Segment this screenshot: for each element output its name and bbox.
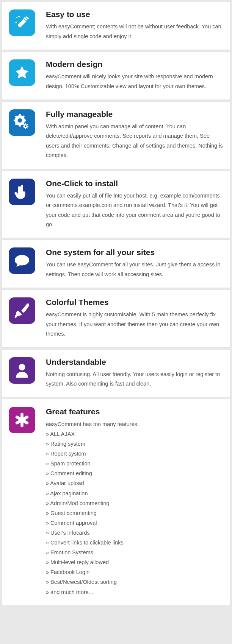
feature-card: One-Click to installYou can easily put a… [2, 171, 230, 238]
speech-icon [9, 247, 35, 274]
asterisk-icon [9, 407, 35, 433]
feature-card: Great featureseasyComment has too many f… [2, 399, 230, 605]
feature-desc: With easyComment; contents will not be w… [46, 22, 223, 41]
feature-card: Easy to useWith easyComment; contents wi… [2, 2, 230, 50]
feature-title: Fully manageable [46, 109, 223, 119]
bullet-item: User's infocards [46, 528, 223, 538]
feature-desc: With admin panel you can manage all of c… [46, 122, 223, 160]
feature-content: Easy to useWith easyComment; contents wi… [46, 9, 223, 41]
feature-content: Modern designeasyComment will nicely loo… [46, 59, 223, 91]
feature-content: Great featureseasyComment has too many f… [46, 407, 223, 597]
bullet-item: Multi-level reply allowed [46, 557, 223, 567]
feature-desc: easyComment has too many features. [46, 420, 223, 429]
feature-card: UnderstandableNothing confusing. All use… [2, 349, 230, 398]
bullet-item: Spam protection [46, 459, 223, 468]
feature-card: One system for all your sitesYou can use… [2, 240, 230, 288]
feature-desc: You can use easyComment for all your sit… [46, 260, 223, 279]
feature-desc: easyComment will nicely looks your site … [46, 72, 223, 91]
feature-desc: easyComment is highly customisable. With… [46, 310, 223, 339]
feature-bullets: ALL AJAXRating systemReport systemSpam p… [46, 429, 223, 597]
feature-title: Easy to use [46, 9, 223, 19]
feature-title: Great features [46, 407, 223, 416]
bullet-item: Report system [46, 449, 223, 459]
bullet-item: ALL AJAX [46, 429, 223, 439]
feature-content: Colorful ThemeseasyComment is highly cus… [46, 297, 223, 339]
feature-card: Colorful ThemeseasyComment is highly cus… [2, 289, 230, 347]
feature-title: Colorful Themes [46, 297, 223, 307]
gears-icon [9, 109, 35, 136]
bullet-item: Comment editing [46, 468, 223, 478]
feature-desc: You can easily put all of file into your… [46, 191, 223, 230]
bullet-item: and much more... [46, 587, 223, 597]
feature-card: Modern designeasyComment will nicely loo… [2, 51, 230, 100]
feature-card: Fully manageableWith admin panel you can… [2, 101, 230, 169]
feature-content: Fully manageableWith admin panel you can… [46, 109, 223, 160]
feature-content: One-Click to installYou can easily put a… [46, 179, 223, 230]
feature-title: Modern design [46, 59, 223, 69]
hand-icon [9, 179, 35, 205]
bullet-item: Convert links to clickable links [46, 538, 223, 548]
bullet-item: Facebook Login [46, 567, 223, 577]
bullet-item: Ajax pagination [46, 488, 223, 498]
feature-title: One-Click to install [46, 179, 223, 188]
bullet-item: Guest commenting [46, 508, 223, 518]
bullet-item: Best/Newest/Oldest sorting [46, 577, 223, 587]
bullet-item: Comment approval [46, 518, 223, 528]
feature-desc: Nothing confusing. All user friendly. Yo… [46, 370, 223, 389]
feature-list: Easy to useWith easyComment; contents wi… [2, 2, 230, 606]
bullet-item: Avatar upload [46, 478, 223, 488]
feature-content: One system for all your sitesYou can use… [46, 247, 223, 279]
user-icon [9, 357, 35, 384]
bullet-item: Rating system [46, 439, 223, 449]
feature-title: Understandable [46, 357, 223, 367]
wand-icon [9, 9, 35, 36]
brush-icon [9, 297, 35, 324]
feature-content: UnderstandableNothing confusing. All use… [46, 357, 223, 389]
star-icon [9, 59, 35, 86]
bullet-item: Emotion Systems [46, 548, 223, 557]
bullet-item: Admin/Mod commenting [46, 498, 223, 508]
feature-title: One system for all your sites [46, 247, 223, 257]
